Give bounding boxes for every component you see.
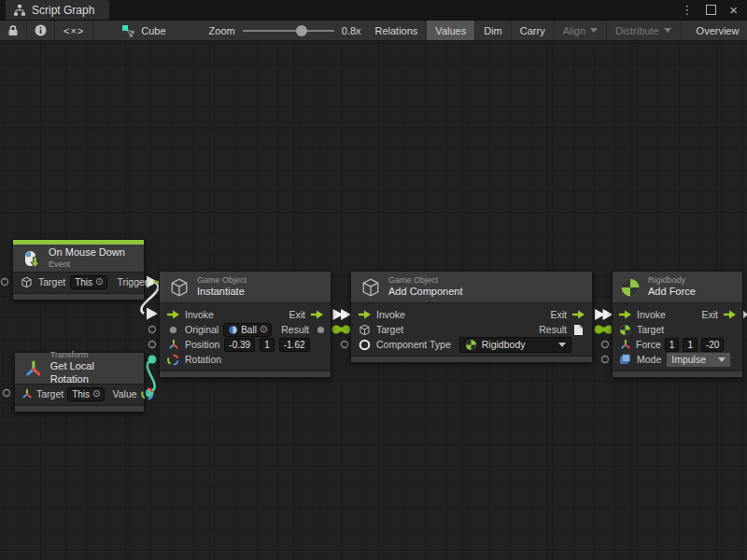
node-category: Game Object (197, 275, 247, 286)
node-on-mouse-down[interactable]: On Mouse Down Event Target This ⊙ Trigge… (12, 239, 145, 301)
object-picker-icon[interactable]: ⊙ (95, 277, 103, 287)
node-category: Event (49, 259, 125, 270)
node-title: Get Local Rotation (50, 360, 134, 386)
info-icon (35, 24, 47, 36)
zoom-label: Zoom (209, 25, 235, 36)
port-force-in[interactable] (602, 342, 609, 348)
node-category: Transform (50, 350, 134, 360)
rigidbody-icon (620, 277, 641, 298)
node-footer (13, 293, 144, 300)
script-graph-icon (13, 5, 26, 16)
relations-button[interactable]: Relations (367, 21, 428, 40)
info-button[interactable] (27, 21, 55, 40)
game-object-icon (20, 276, 34, 288)
port-mode-in[interactable] (602, 357, 609, 363)
zoom-control: Zoom 0.8x (204, 21, 367, 40)
transform-icon (21, 388, 33, 399)
port-target-in-getlocalrotation[interactable] (4, 390, 10, 397)
transform-icon (24, 359, 43, 378)
result-port-icon[interactable] (314, 326, 328, 334)
original-value-chip[interactable]: Ball ⊙ (223, 323, 272, 337)
node-add-force[interactable]: Rigidbody Add Force Invoke Exit Target (612, 271, 743, 378)
port-position-in[interactable] (149, 342, 156, 348)
force-mode-dropdown[interactable]: Impulse (666, 352, 731, 368)
game-object-icon (358, 324, 372, 336)
title-bar: Script Graph ⋮ × (0, 0, 747, 21)
component-type-label: Component Type (376, 339, 451, 350)
zoom-slider[interactable] (243, 21, 334, 41)
values-button[interactable]: Values (427, 21, 475, 40)
node-instantiate[interactable]: Game Object Instantiate Invoke Exit Orig… (159, 271, 331, 378)
object-picker-icon[interactable]: ⊙ (92, 389, 100, 399)
port-rotation-in[interactable] (148, 356, 157, 364)
position-label: Position (185, 339, 219, 350)
port-result-out-instantiate[interactable] (332, 326, 341, 334)
component-type-dropdown[interactable]: Rigidbody (459, 337, 571, 353)
position-z-field[interactable]: -1.62 (279, 338, 310, 352)
toolbar-buttons: Relations Values Dim Carry Align Distrib… (367, 21, 747, 40)
maximize-icon[interactable] (706, 5, 716, 15)
port-invoke-in-instantiate[interactable] (147, 308, 158, 320)
node-footer (613, 371, 742, 377)
rotation-label: Rotation (185, 354, 221, 365)
node-category: Game Object (388, 275, 463, 286)
invoke-label: Invoke (637, 309, 666, 320)
rigidbody-icon (465, 339, 477, 351)
object-picker-icon[interactable]: ⊙ (260, 325, 267, 334)
chevron-down-icon (718, 357, 726, 362)
overview-button[interactable]: Overview (688, 21, 747, 40)
result-label: Result (539, 324, 567, 335)
window-menu-icon[interactable]: ⋮ (681, 4, 693, 16)
align-button[interactable]: Align (555, 21, 607, 40)
graph-breadcrumb[interactable]: Cube (114, 21, 173, 40)
node-footer (15, 405, 144, 412)
object-type-icon (166, 326, 180, 334)
target-value-chip[interactable]: This ⊙ (70, 275, 107, 289)
dim-button[interactable]: Dim (475, 21, 512, 40)
carry-button[interactable]: Carry (512, 21, 555, 40)
chevron-down-icon (558, 343, 566, 347)
result-label: Result (281, 324, 309, 335)
port-componenttype-in[interactable] (342, 342, 348, 348)
node-title: Add Force (648, 286, 696, 299)
zoom-slider-track (243, 30, 334, 32)
position-y-field[interactable]: 1 (260, 338, 275, 352)
port-original-in[interactable] (149, 327, 156, 333)
position-x-field[interactable]: -0.39 (224, 338, 255, 352)
mouse-down-icon (22, 249, 41, 268)
target-label: Target (637, 324, 664, 335)
force-y-field[interactable]: 1 (683, 338, 698, 352)
force-z-field[interactable]: -20 (701, 338, 724, 352)
window-controls: ⋮ × (681, 0, 747, 20)
invoke-label: Invoke (185, 309, 214, 320)
flow-arrow-icon (166, 310, 180, 319)
lock-button[interactable] (0, 21, 27, 40)
zoom-slider-knob[interactable] (296, 25, 307, 36)
code-view-button[interactable]: <×> (55, 21, 93, 40)
vector3-axis-icon (618, 339, 632, 350)
force-x-field[interactable]: 1 (665, 338, 680, 352)
tab-script-graph[interactable]: Script Graph (6, 0, 109, 20)
flow-arrow-icon (571, 310, 585, 319)
node-add-component[interactable]: Game Object Add Component Invoke Exit Ta… (350, 271, 593, 363)
component-result-icon[interactable] (571, 324, 585, 336)
port-target-in-onmousedown[interactable] (2, 279, 8, 286)
target-value-chip[interactable]: This ⊙ (67, 387, 105, 401)
rotation-type-icon (166, 354, 180, 366)
tab-title: Script Graph (32, 4, 94, 17)
distribute-button[interactable]: Distribute (607, 21, 680, 40)
close-icon[interactable]: × (729, 3, 738, 17)
node-footer (160, 371, 331, 377)
type-circle-icon (358, 339, 372, 351)
exit-label: Exit (701, 309, 718, 320)
node-get-local-rotation[interactable]: Transform Get Local Rotation Target This… (14, 352, 145, 413)
lock-icon (7, 24, 19, 36)
flow-arrow-icon (358, 310, 372, 319)
port-result-out-addcomponent[interactable] (595, 326, 603, 334)
flow-arrow-icon (310, 310, 324, 319)
graph-canvas[interactable]: On Mouse Down Event Target This ⊙ Trigge… (0, 41, 747, 560)
code-icon: <×> (63, 25, 84, 36)
node-title: Add Component (388, 286, 463, 299)
value-label: Value (112, 388, 136, 399)
trigger-label: Trigger (117, 276, 148, 287)
